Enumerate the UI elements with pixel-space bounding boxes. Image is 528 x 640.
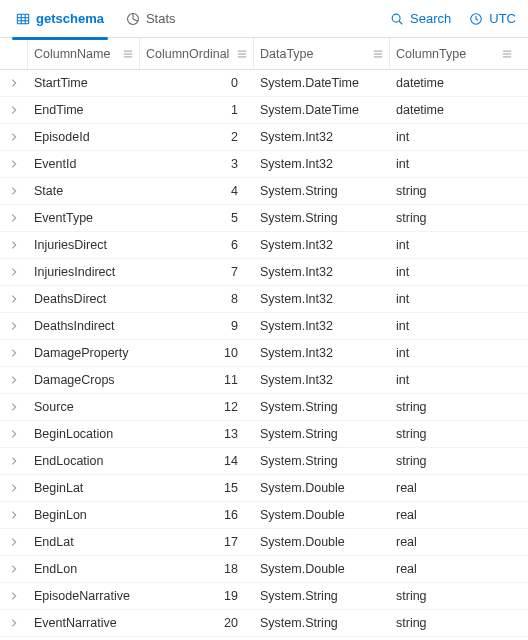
expand-row-button[interactable] [0, 421, 28, 447]
expand-row-button[interactable] [0, 178, 28, 204]
table-row[interactable]: EventId3System.Int32int [0, 151, 528, 178]
cell-columnordinal: 14 [140, 454, 254, 468]
cell-columnname: BeginLon [28, 508, 140, 522]
cell-columntype: real [390, 562, 518, 576]
expand-row-button[interactable] [0, 340, 28, 366]
table-row[interactable]: BeginLocation13System.Stringstring [0, 421, 528, 448]
header-columnordinal[interactable]: ColumnOrdinal [140, 38, 254, 69]
cell-columntype: int [390, 238, 518, 252]
expand-row-button[interactable] [0, 205, 28, 231]
tab-getschema[interactable]: getschema [14, 5, 106, 32]
top-bar: getschema Stats Search [0, 0, 528, 38]
table-row[interactable]: State4System.Stringstring [0, 178, 528, 205]
cell-columnname: EndLon [28, 562, 140, 576]
table-row[interactable]: DeathsDirect8System.Int32int [0, 286, 528, 313]
cell-datatype: System.Double [254, 562, 390, 576]
expand-row-button[interactable] [0, 610, 28, 636]
table-row[interactable]: EndLon18System.Doublereal [0, 556, 528, 583]
cell-datatype: System.Int32 [254, 346, 390, 360]
menu-icon[interactable] [373, 49, 383, 59]
expand-row-button[interactable] [0, 232, 28, 258]
cell-columnordinal: 16 [140, 508, 254, 522]
cell-columnname: BeginLocation [28, 427, 140, 441]
tab-stats[interactable]: Stats [124, 5, 178, 32]
menu-icon[interactable] [502, 49, 512, 59]
expand-row-button[interactable] [0, 286, 28, 312]
cell-datatype: System.Double [254, 481, 390, 495]
cell-datatype: System.Int32 [254, 373, 390, 387]
expand-row-button[interactable] [0, 367, 28, 393]
svg-rect-0 [17, 14, 28, 24]
expand-row-button[interactable] [0, 313, 28, 339]
cell-columnname: EndTime [28, 103, 140, 117]
cell-columnordinal: 2 [140, 130, 254, 144]
cell-datatype: System.String [254, 616, 390, 630]
header-columntype-label: ColumnType [396, 47, 496, 61]
cell-datatype: System.String [254, 211, 390, 225]
expand-row-button[interactable] [0, 151, 28, 177]
table-row[interactable]: EventNarrative20System.Stringstring [0, 610, 528, 637]
table-row[interactable]: DamageProperty10System.Int32int [0, 340, 528, 367]
tab-getschema-label: getschema [36, 11, 104, 26]
header-columnname[interactable]: ColumnName [28, 38, 140, 69]
cell-datatype: System.String [254, 400, 390, 414]
expand-row-button[interactable] [0, 556, 28, 582]
cell-columntype: int [390, 157, 518, 171]
expand-row-button[interactable] [0, 70, 28, 96]
table-row[interactable]: DamageCrops11System.Int32int [0, 367, 528, 394]
menu-icon[interactable] [123, 49, 133, 59]
table-row[interactable]: EndTime1System.DateTimedatetime [0, 97, 528, 124]
table-row[interactable]: InjuriesIndirect7System.Int32int [0, 259, 528, 286]
table-row[interactable]: InjuriesDirect6System.Int32int [0, 232, 528, 259]
expand-row-button[interactable] [0, 124, 28, 150]
cell-columntype: int [390, 292, 518, 306]
header-datatype[interactable]: DataType [254, 38, 390, 69]
table-row[interactable]: EndLocation14System.Stringstring [0, 448, 528, 475]
table-row[interactable]: StartTime0System.DateTimedatetime [0, 70, 528, 97]
table-row[interactable]: DeathsIndirect9System.Int32int [0, 313, 528, 340]
table-row[interactable]: EventType5System.Stringstring [0, 205, 528, 232]
cell-columnname: EventId [28, 157, 140, 171]
expand-row-button[interactable] [0, 475, 28, 501]
expand-row-button[interactable] [0, 259, 28, 285]
cell-columnordinal: 10 [140, 346, 254, 360]
expand-row-button[interactable] [0, 448, 28, 474]
cell-columntype: string [390, 184, 518, 198]
cell-columnname: InjuriesDirect [28, 238, 140, 252]
table-row[interactable]: BeginLon16System.Doublereal [0, 502, 528, 529]
timezone-action[interactable]: UTC [469, 11, 516, 26]
stats-icon [126, 12, 140, 26]
results-grid: ColumnName ColumnOrdinal DataType Column… [0, 38, 528, 640]
table-row[interactable]: EndLat17System.Doublereal [0, 529, 528, 556]
table-row[interactable]: EpisodeId2System.Int32int [0, 124, 528, 151]
table-row[interactable]: Source12System.Stringstring [0, 394, 528, 421]
cell-columntype: int [390, 265, 518, 279]
expand-row-button[interactable] [0, 529, 28, 555]
cell-columnname: EpisodeNarrative [28, 589, 140, 603]
cell-columnname: DeathsDirect [28, 292, 140, 306]
expand-row-button[interactable] [0, 394, 28, 420]
cell-columnname: DeathsIndirect [28, 319, 140, 333]
expand-row-button[interactable] [0, 502, 28, 528]
cell-columnname: EpisodeId [28, 130, 140, 144]
expand-row-button[interactable] [0, 583, 28, 609]
search-label: Search [410, 11, 451, 26]
header-columntype[interactable]: ColumnType [390, 38, 518, 69]
cell-columntype: datetime [390, 103, 518, 117]
search-action[interactable]: Search [390, 11, 451, 26]
cell-datatype: System.String [254, 184, 390, 198]
cell-datatype: System.String [254, 427, 390, 441]
table-row[interactable]: BeginLat15System.Doublereal [0, 475, 528, 502]
menu-icon[interactable] [237, 49, 247, 59]
cell-columntype: string [390, 427, 518, 441]
cell-columnname: InjuriesIndirect [28, 265, 140, 279]
table-row[interactable]: EpisodeNarrative19System.Stringstring [0, 583, 528, 610]
header-expand [0, 38, 28, 69]
cell-datatype: System.String [254, 589, 390, 603]
cell-columnname: BeginLat [28, 481, 140, 495]
cell-columnname: Source [28, 400, 140, 414]
cell-columnname: EndLocation [28, 454, 140, 468]
expand-row-button[interactable] [0, 97, 28, 123]
grid-body: StartTime0System.DateTimedatetimeEndTime… [0, 70, 528, 640]
search-icon [390, 12, 404, 26]
